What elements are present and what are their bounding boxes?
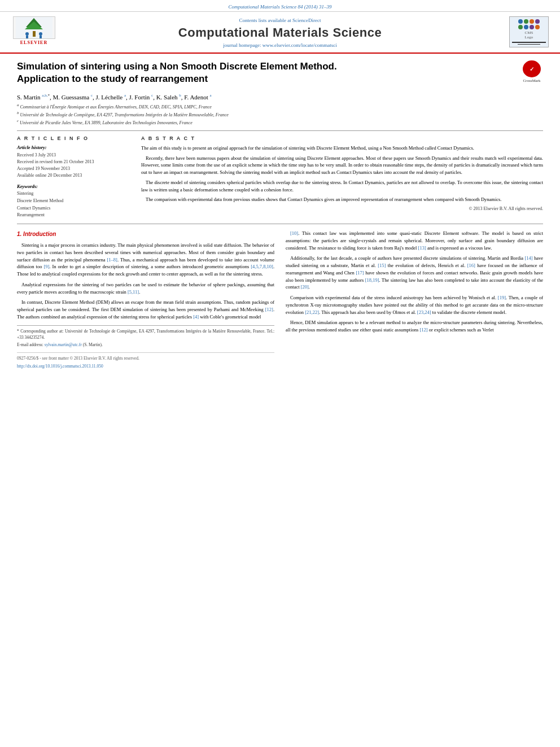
affiliation-b: b Université de Technologie de Compiègne… [17, 111, 543, 118]
abstract-copyright: © 2013 Elsevier B.V. All rights reserved… [141, 206, 543, 211]
abstract-col: A B S T R A C T The aim of this study is… [141, 136, 543, 219]
abstract-para-1: The aim of this study is to present an o… [141, 145, 543, 152]
logo-dot-4 [535, 19, 540, 24]
ref-4b[interactable]: [4] [193, 314, 199, 320]
affiliation-c: c Université de Picardie Jules Verne, EA… [17, 119, 543, 126]
affiliation-a: a Commissariat à l'Énergie Atomique et a… [17, 103, 543, 110]
footnote-section: * Corresponding author at: Université de… [17, 325, 274, 348]
bottom-bar: 0927-0256/$ - see front matter © 2013 El… [17, 352, 274, 369]
svg-rect-1 [33, 31, 36, 37]
crossmark-badge[interactable]: ✓ CrossMark [520, 60, 543, 83]
keyword-dem: Discrete Element Method [17, 198, 130, 205]
logo-dot-7 [530, 25, 534, 29]
doi-link[interactable]: http://dx.doi.org/10.1016/j.commatsci.20… [17, 363, 139, 369]
logo-dot-1 [518, 19, 523, 24]
ref-21-22[interactable]: [21,22] [305, 309, 319, 315]
ref-18-19[interactable]: [18,19] [365, 277, 379, 283]
ref-1-8[interactable]: [1–8] [107, 257, 117, 263]
info-abstract-section: A R T I C L E I N F O Article history: R… [17, 136, 543, 219]
ref-19b[interactable]: [19] [498, 295, 506, 300]
body-para-left-2: Analytical expressions for the sintering… [17, 281, 274, 296]
body-para-right-4: Hence, DEM simulation appears to be a re… [286, 319, 543, 334]
ref-20[interactable]: [20] [301, 284, 309, 290]
page: Computational Materials Science 84 (2014… [0, 0, 560, 747]
ref-14[interactable]: [14] [524, 255, 532, 261]
keyword-rearrangement: Rearrangement [17, 212, 130, 219]
section-divider-2 [17, 224, 543, 224]
logo-divider [512, 42, 546, 43]
ref-15[interactable]: [15] [378, 263, 386, 268]
title-line2: Application to the study of rearrangemen… [17, 73, 208, 84]
two-col-body: 1. Introduction Sintering is a major pro… [17, 230, 543, 369]
body-section: 1. Introduction Sintering is a major pro… [17, 230, 543, 369]
left-body-col: 1. Introduction Sintering is a major pro… [17, 230, 274, 369]
article-history-label: Article history: [17, 145, 130, 150]
keywords-label: Keywords: [17, 184, 130, 189]
affiliations: a Commissariat à l'Énergie Atomique et a… [17, 103, 543, 126]
homepage-link[interactable]: www.elsevier.com/locate/commatsci [262, 42, 337, 48]
elsevier-label: ELSEVIER [20, 40, 47, 45]
history-item-online: Available online 20 December 2013 [17, 172, 130, 179]
footnote-2: E-mail address: sylvain.martin@utc.fr (S… [17, 342, 274, 348]
body-para-right-3: Comparison with experimental data of the… [286, 294, 543, 316]
authors-line: S. Martin a,b,*, M. Guessasma c, J. Léch… [17, 93, 543, 101]
article-info-col: A R T I C L E I N F O Article history: R… [17, 136, 130, 219]
ref-4-5-7-8-10[interactable]: [4,5,7,8,10] [251, 264, 273, 269]
body-para-right-2: Additionally, for the last decade, a cou… [286, 255, 543, 291]
logo-right-text: CMSLogo [525, 30, 533, 40]
ref-5-11[interactable]: [5,11] [128, 289, 139, 295]
article-main-title: Simulation of sintering using a Non Smoo… [17, 60, 520, 85]
sciencedirect-line: Contents lists available at ScienceDirec… [11, 18, 549, 23]
elsevier-tree-icon [16, 17, 53, 38]
logo-divider2 [518, 44, 540, 45]
ref-12b[interactable]: [12] [420, 327, 428, 333]
ref-16[interactable]: [16] [467, 263, 475, 268]
article-info-heading: A R T I C L E I N F O [17, 136, 130, 141]
ref-23-24[interactable]: [23,24] [417, 309, 431, 315]
bottom-left: 0927-0256/$ - see front matter © 2013 El… [17, 355, 139, 369]
journal-main-title: Computational Materials Science [11, 25, 549, 40]
svg-rect-7 [40, 36, 42, 38]
article-title-section: Simulation of sintering using a Non Smoo… [17, 60, 543, 89]
body-para-left-1: Sintering is a major process in ceramics… [17, 242, 274, 278]
ref-12[interactable]: [12] [265, 307, 273, 312]
sciencedirect-link[interactable]: ScienceDirect [292, 18, 321, 23]
abstract-para-3: The discrete model of sintering consider… [141, 179, 543, 194]
abstract-text: The aim of this study is to present an o… [141, 145, 543, 203]
svg-rect-6 [26, 36, 28, 38]
svg-point-5 [39, 32, 42, 36]
email-link[interactable]: sylvain.martin@utc.fr [45, 342, 82, 347]
abstract-para-2: Recently, there have been numerous paper… [141, 155, 543, 176]
journal-reference: Computational Materials Science 84 (2014… [228, 4, 331, 10]
keyword-sintering: Sintering [17, 190, 130, 198]
abstract-heading: A B S T R A C T [141, 136, 543, 141]
history-item-received: Received 3 July 2013 [17, 152, 130, 159]
ref-13[interactable]: [13] [418, 245, 426, 251]
journal-logo-right: CMSLogo [509, 16, 549, 47]
body-para-right-1: [10]. This contact law was implemented i… [286, 230, 543, 251]
history-item-revised: Received in revised form 21 October 2013 [17, 159, 130, 165]
footnote-1: * Corresponding author at: Université de… [17, 328, 274, 341]
title-line1: Simulation of sintering using a Non Smoo… [17, 61, 337, 72]
intro-heading: 1. Introduction [17, 230, 274, 238]
logo-dot-3 [530, 19, 534, 24]
svg-point-4 [25, 32, 29, 36]
ref-10b[interactable]: [10] [290, 230, 298, 236]
journal-header-bar: Computational Materials Science 84 (2014… [0, 0, 560, 12]
ref-9[interactable]: [9] [43, 264, 49, 269]
right-body-col: [10]. This contact law was implemented i… [286, 230, 543, 369]
ref-17[interactable]: [17] [356, 270, 364, 276]
logo-dot-8 [535, 25, 540, 29]
logo-dot-5 [518, 25, 523, 29]
keyword-contact-dynamics: Contact Dynamics [17, 205, 130, 212]
elsevier-logo-image [13, 16, 55, 39]
journal-title-center: Contents lists available at ScienceDirec… [11, 18, 549, 48]
bottom-copyright: 0927-0256/$ - see front matter © 2013 El… [17, 356, 139, 361]
abstract-para-4: The comparison with experimental data fr… [141, 196, 543, 203]
section-divider-1 [17, 130, 543, 131]
logo-dots [518, 19, 540, 29]
article-content: Simulation of sintering using a Non Smoo… [0, 54, 560, 375]
svg-text:✓: ✓ [530, 66, 534, 72]
logo-dot-6 [524, 25, 528, 29]
journal-homepage: journal homepage: www.elsevier.com/locat… [11, 42, 549, 48]
